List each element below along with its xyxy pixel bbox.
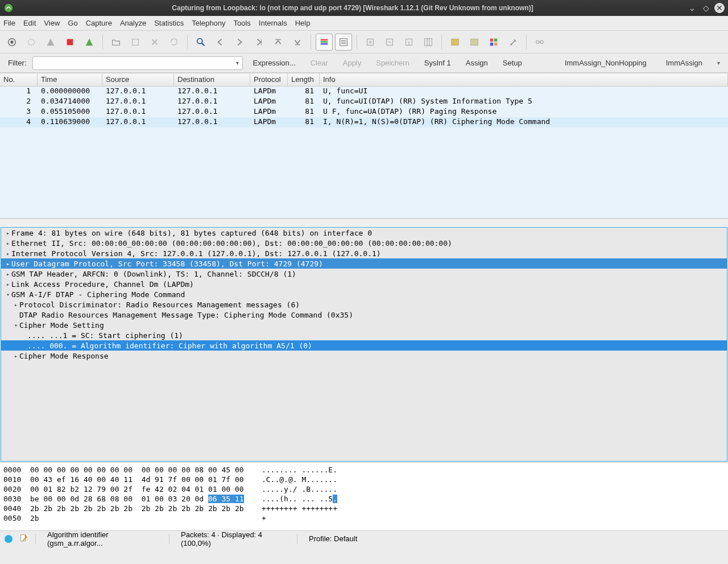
svg-rect-12 [321, 41, 328, 43]
svg-line-7 [202, 43, 205, 46]
menu-analyze[interactable]: Analyze [120, 19, 146, 27]
tree-gsmtap[interactable]: ▸GSM TAP Header, ARFCN: 0 (Downlink), TS… [1, 269, 727, 279]
stop-capture-icon[interactable] [61, 34, 78, 51]
hex-row[interactable]: 0050 2b + [3, 513, 725, 523]
find-icon[interactable] [192, 34, 209, 51]
packet-row[interactable]: 30.055105000127.0.0.1127.0.0.1LAPDm81U F… [0, 107, 728, 117]
hex-row[interactable]: 0020 00 01 82 b2 12 79 00 2f fe 42 02 04… [3, 484, 725, 494]
filter-sysinf-button[interactable]: SysInf 1 [420, 59, 456, 67]
go-back-icon[interactable] [212, 34, 229, 51]
menu-view[interactable]: View [44, 19, 60, 27]
packet-details-tree[interactable]: ▸Frame 4: 81 bytes on wire (648 bits), 8… [1, 227, 727, 462]
window-close-icon[interactable]: ✕ [714, 3, 725, 13]
packet-row[interactable]: 10.000000000127.0.0.1127.0.0.1LAPDm81U, … [0, 87, 728, 97]
restart-capture-icon[interactable] [81, 34, 98, 51]
filter-clear-button[interactable]: Clear [306, 59, 333, 67]
tree-lapdm[interactable]: ▸Link Access Procedure, Channel Dm (LAPD… [1, 279, 727, 289]
start-capture-icon[interactable] [42, 34, 59, 51]
filter-expression-button[interactable]: Expression... [249, 59, 300, 67]
go-to-icon[interactable] [250, 34, 267, 51]
tree-pd[interactable]: ▸Protocol Discriminator: Radio Resources… [1, 299, 727, 310]
coloring-rules-icon[interactable] [485, 34, 502, 51]
packet-bytes-pane[interactable]: 0000 00 00 00 00 00 00 00 00 00 00 00 00… [0, 462, 728, 530]
window-title: Capturing from Loopback: lo (not icmp an… [18, 4, 687, 12]
svg-rect-28 [452, 39, 459, 45]
autoscroll-icon[interactable] [335, 34, 352, 51]
zoom-in-icon[interactable] [362, 34, 379, 51]
svg-rect-5 [133, 39, 139, 45]
display-filters-icon[interactable] [466, 34, 483, 51]
capture-filters-icon[interactable] [446, 34, 464, 51]
interfaces-icon[interactable] [3, 34, 20, 51]
tree-algorithm-id[interactable]: .... 000. = Algorithm identifier: Cipher… [1, 340, 727, 351]
packet-row[interactable]: 40.110639000127.0.0.1127.0.0.1LAPDm81I, … [0, 117, 728, 127]
menu-capture[interactable]: Capture [86, 19, 112, 27]
filter-input[interactable]: ▾ [32, 56, 243, 70]
filter-immassign-nonhop-button[interactable]: ImmAssign_NonHopping [560, 59, 651, 67]
col-destination[interactable]: Destination [174, 73, 250, 86]
filter-immassign-button[interactable]: ImmAssign [661, 59, 707, 67]
svg-rect-31 [494, 38, 497, 41]
filter-label: Filter: [8, 59, 27, 67]
svg-text:1: 1 [408, 40, 411, 45]
packet-list[interactable]: 10.000000000127.0.0.1127.0.0.1LAPDm81U, … [0, 87, 728, 219]
close-file-icon[interactable] [146, 34, 163, 51]
tree-sc[interactable]: .... ...1 = SC: Start ciphering (1) [1, 330, 727, 340]
menu-telephony[interactable]: Telephony [192, 19, 225, 27]
tree-cmr[interactable]: ▸Cipher Mode Response [1, 351, 727, 361]
hex-row[interactable]: 0040 2b 2b 2b 2b 2b 2b 2b 2b 2b 2b 2b 2b… [3, 504, 725, 513]
save-file-icon[interactable] [127, 34, 144, 51]
menubar: File Edit View Go Capture Analyze Statis… [0, 16, 728, 31]
menu-tools[interactable]: Tools [233, 19, 250, 27]
hex-row[interactable]: 0010 00 43 ef 16 40 00 40 11 4d 91 7f 00… [3, 475, 725, 484]
tree-cms[interactable]: ▾Cipher Mode Setting [1, 320, 727, 330]
go-last-icon[interactable] [289, 34, 306, 51]
menu-internals[interactable]: Internals [259, 19, 287, 27]
status-profile[interactable]: Profile: Default [304, 534, 362, 543]
window-minimize-icon[interactable]: ⌄ [687, 3, 697, 13]
chevron-down-icon[interactable]: ▾ [236, 60, 239, 66]
col-length[interactable]: Length [288, 73, 320, 86]
filter-assign-button[interactable]: Assign [461, 59, 493, 67]
window-maximize-icon[interactable]: ◇ [701, 3, 711, 13]
zoom-normal-icon[interactable]: 1 [400, 34, 417, 51]
annotation-icon[interactable] [19, 533, 28, 544]
expert-info-icon[interactable] [5, 535, 13, 543]
svg-rect-29 [471, 39, 478, 45]
open-file-icon[interactable] [107, 34, 125, 51]
reload-icon[interactable] [166, 34, 183, 51]
hex-row[interactable]: 0000 00 00 00 00 00 00 00 00 00 00 00 00… [3, 465, 725, 475]
resize-columns-icon[interactable] [420, 34, 437, 51]
chevron-down-icon[interactable]: ▾ [717, 60, 720, 66]
col-protocol[interactable]: Protocol [250, 73, 288, 86]
filter-setup-button[interactable]: Setup [498, 59, 527, 67]
tree-dtap[interactable]: ▾GSM A-I/F DTAP - Ciphering Mode Command [1, 289, 727, 299]
menu-go[interactable]: Go [68, 19, 77, 27]
menu-edit[interactable]: Edit [23, 19, 36, 27]
col-time[interactable]: Time [38, 73, 102, 86]
filter-save-button[interactable]: Speichern [371, 59, 414, 67]
filter-apply-button[interactable]: Apply [338, 59, 366, 67]
preferences-icon[interactable] [504, 34, 522, 51]
tree-ip[interactable]: ▸Internet Protocol Version 4, Src: 127.0… [1, 248, 727, 258]
col-source[interactable]: Source [102, 73, 174, 86]
options-icon[interactable] [23, 34, 40, 51]
col-no[interactable]: No. [0, 73, 38, 86]
col-info[interactable]: Info [320, 73, 728, 86]
colorize-icon[interactable] [316, 34, 333, 51]
menu-file[interactable]: File [3, 19, 15, 27]
tree-udp[interactable]: ▸User Datagram Protocol, Src Port: 33458… [1, 258, 727, 269]
go-forward-icon[interactable] [231, 34, 248, 51]
go-first-icon[interactable] [270, 34, 287, 51]
help-icon[interactable] [531, 34, 548, 51]
zoom-out-icon[interactable] [381, 34, 398, 51]
menu-statistics[interactable]: Statistics [154, 19, 184, 27]
menu-help[interactable]: Help [295, 19, 311, 27]
tree-msgtype[interactable]: DTAP Radio Resources Management Message … [1, 310, 727, 320]
hex-row[interactable]: 0030 be 00 00 0d 28 68 08 00 01 00 03 20… [3, 494, 725, 504]
packet-row[interactable]: 20.034714000127.0.0.1127.0.0.1LAPDm81U, … [0, 97, 728, 107]
tree-ethernet[interactable]: ▸Ethernet II, Src: 00:00:00_00:00:00 (00… [1, 238, 727, 248]
horizontal-scrollbar[interactable] [0, 219, 728, 227]
tree-frame[interactable]: ▸Frame 4: 81 bytes on wire (648 bits), 8… [1, 228, 727, 238]
svg-rect-4 [67, 39, 73, 45]
